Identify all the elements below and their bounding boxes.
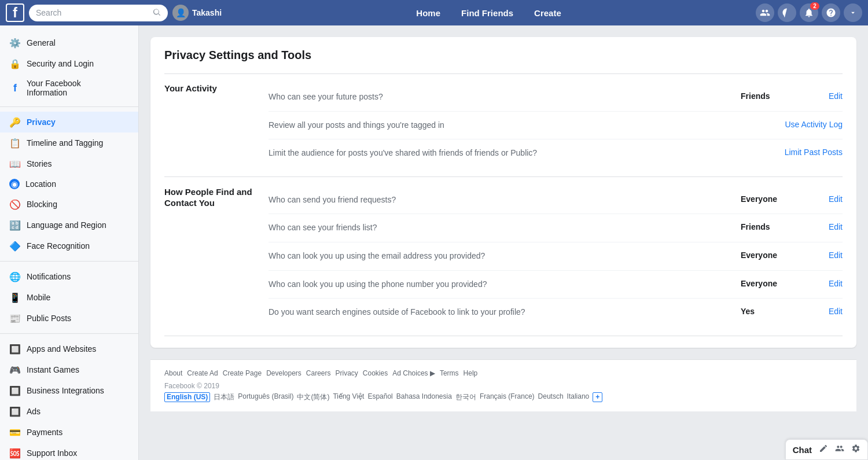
sidebar-item-security-login[interactable]: 🔒 Security and Login — [0, 53, 138, 74]
notifications-sidebar-icon: 🌐 — [9, 271, 21, 282]
sidebar-item-instant-games[interactable]: 🎮 Instant Games — [0, 359, 138, 380]
sidebar-item-mobile[interactable]: 📱 Mobile — [0, 287, 138, 308]
home-link[interactable]: Home — [411, 6, 445, 20]
footer-lang-vietnamese[interactable]: Tiếng Việt — [333, 392, 364, 402]
sidebar-item-business-integrations[interactable]: 🔲 Business Integrations — [0, 380, 138, 401]
footer-developers-link[interactable]: Developers — [266, 369, 301, 377]
topnav: f 👤 Takashi Home Find Friends Create 2 — [0, 0, 868, 25]
sidebar-item-language-region[interactable]: 🔡 Language and Region — [0, 215, 138, 235]
footer-lang-add[interactable]: + — [593, 392, 602, 402]
messenger-icon-btn[interactable] — [778, 3, 796, 22]
friends-list-edit-link[interactable]: Edit — [829, 222, 843, 231]
sidebar-item-notifications[interactable]: 🌐 Notifications — [0, 266, 138, 287]
sidebar-label-ads: Ads — [27, 407, 41, 416]
dropdown-icon-btn[interactable] — [844, 3, 862, 22]
create-link[interactable]: Create — [529, 6, 566, 20]
footer-lang-french[interactable]: Français (France) — [480, 392, 535, 402]
sidebar-item-timeline-tagging[interactable]: 📋 Timeline and Tagging — [0, 133, 138, 153]
user-profile-link[interactable]: 👤 Takashi — [172, 5, 222, 21]
instant-games-icon: 🎮 — [9, 364, 21, 376]
friend-requests-action[interactable]: Edit — [808, 194, 843, 204]
sidebar-item-payments[interactable]: 💳 Payments — [0, 422, 138, 443]
chat-bar-label[interactable]: Chat — [793, 445, 812, 455]
footer-create-ad-link[interactable]: Create Ad — [187, 369, 218, 377]
footer-lang-italian[interactable]: Italiano — [567, 392, 590, 402]
footer-lang-japanese[interactable]: 日本語 — [214, 392, 234, 402]
sidebar-item-general[interactable]: ⚙️ General — [0, 32, 138, 53]
footer-lang-english[interactable]: English (US) — [164, 392, 210, 402]
search-input[interactable] — [36, 8, 148, 17]
people-chat-icon[interactable] — [835, 444, 844, 455]
search-engines-edit-link[interactable]: Edit — [829, 307, 843, 316]
footer-lang-german[interactable]: Deutsch — [538, 392, 564, 402]
use-activity-log-link[interactable]: Use Activity Log — [785, 120, 843, 129]
security-icon: 🔒 — [9, 58, 21, 69]
general-icon: ⚙️ — [9, 37, 21, 49]
timeline-icon: 📋 — [9, 137, 21, 149]
footer-lang-spanish[interactable]: Español — [367, 392, 392, 402]
future-posts-edit-link[interactable]: Edit — [829, 91, 843, 101]
footer-help-link[interactable]: Help — [464, 369, 478, 377]
footer-lang-korean[interactable]: 한국어 — [455, 392, 476, 402]
lookup-email-edit-link[interactable]: Edit — [829, 251, 843, 260]
sidebar-item-face-recognition[interactable]: 🔷 Face Recognition — [0, 235, 138, 256]
sidebar-item-location[interactable]: ◉ Location — [0, 174, 138, 194]
sidebar-item-support-inbox[interactable]: 🆘 Support Inbox — [0, 443, 138, 460]
find-friends-link[interactable]: Find Friends — [457, 6, 518, 20]
your-activity-section: Your Activity Who can see your future po… — [164, 73, 843, 177]
footer-lang-portuguese[interactable]: Português (Brasil) — [238, 392, 293, 402]
sidebar-item-stories[interactable]: 📖 Stories — [0, 153, 138, 174]
facebook-logo: f — [6, 3, 24, 22]
friend-requests-edit-link[interactable]: Edit — [829, 194, 843, 204]
search-engines-desc: Do you want search engines outside of Fa… — [269, 307, 731, 318]
lookup-email-action[interactable]: Edit — [808, 251, 843, 260]
limit-past-posts-link[interactable]: Limit Past Posts — [785, 148, 843, 157]
sidebar-item-privacy[interactable]: 🔑 Privacy — [0, 112, 138, 133]
how-people-find-section: How People Find andContact You Who can s… — [164, 177, 843, 336]
sidebar-label-timeline-tagging: Timeline and Tagging — [27, 138, 103, 148]
search-bar[interactable] — [29, 5, 168, 21]
sidebar-item-blocking[interactable]: 🚫 Blocking — [0, 194, 138, 215]
notification-badge: 2 — [810, 2, 819, 10]
search-engines-action[interactable]: Edit — [808, 307, 843, 316]
footer-lang-chinese[interactable]: 中文(简体) — [297, 392, 329, 402]
activity-log-action[interactable]: Use Activity Log — [785, 120, 843, 129]
footer-careers-link[interactable]: Careers — [306, 369, 331, 377]
lookup-phone-edit-link[interactable]: Edit — [829, 279, 843, 288]
how-people-find-rows: Who can send you friend requests? Everyo… — [269, 186, 843, 326]
avatar: 👤 — [172, 5, 189, 21]
future-posts-action[interactable]: Edit — [808, 91, 843, 101]
sidebar-item-your-facebook-info[interactable]: f Your FacebookInformation — [0, 74, 138, 102]
footer-about-link[interactable]: About — [164, 369, 182, 377]
sidebar-item-apps-websites[interactable]: 🔲 Apps and Websites — [0, 338, 138, 359]
sidebar-item-public-posts[interactable]: 📰 Public Posts — [0, 308, 138, 329]
sidebar-item-ads[interactable]: 🔲 Ads — [0, 401, 138, 422]
chat-bar[interactable]: Chat — [785, 439, 868, 460]
settings-chat-icon[interactable] — [851, 444, 860, 455]
footer-ad-choices-link[interactable]: Ad Choices ▶ — [392, 369, 435, 377]
notifications-icon-btn[interactable]: 2 — [800, 3, 818, 22]
limit-past-posts-action[interactable]: Limit Past Posts — [785, 148, 843, 157]
friends-list-desc: Who can see your friends list? — [269, 222, 731, 234]
footer-privacy-link[interactable]: Privacy — [336, 369, 358, 377]
mobile-icon: 📱 — [9, 292, 21, 303]
friends-list-value: Friends — [741, 222, 799, 231]
main-outer: Privacy Settings and Tools Your Activity… — [139, 25, 868, 460]
topnav-icons: 2 — [756, 3, 862, 22]
user-name: Takashi — [192, 8, 222, 17]
footer: About Create Ad Create Page Developers C… — [150, 359, 856, 411]
help-icon-btn[interactable] — [822, 3, 840, 22]
page-title: Privacy Settings and Tools — [164, 49, 843, 62]
footer-terms-link[interactable]: Terms — [440, 369, 459, 377]
footer-cookies-link[interactable]: Cookies — [363, 369, 388, 377]
footer-create-page-link[interactable]: Create Page — [223, 369, 262, 377]
sidebar-label-security-login: Security and Login — [27, 59, 94, 68]
compose-icon[interactable] — [819, 444, 828, 455]
sidebar: ⚙️ General 🔒 Security and Login f Your F… — [0, 25, 139, 460]
friends-list-action[interactable]: Edit — [808, 222, 843, 231]
footer-lang-indonesian[interactable]: Bahasa Indonesia — [396, 392, 452, 402]
search-engines-row: Do you want search engines outside of Fa… — [269, 299, 843, 326]
people-icon-btn[interactable] — [756, 3, 774, 22]
limit-past-posts-row: Limit the audience for posts you've shar… — [269, 139, 843, 167]
lookup-phone-action[interactable]: Edit — [808, 279, 843, 288]
